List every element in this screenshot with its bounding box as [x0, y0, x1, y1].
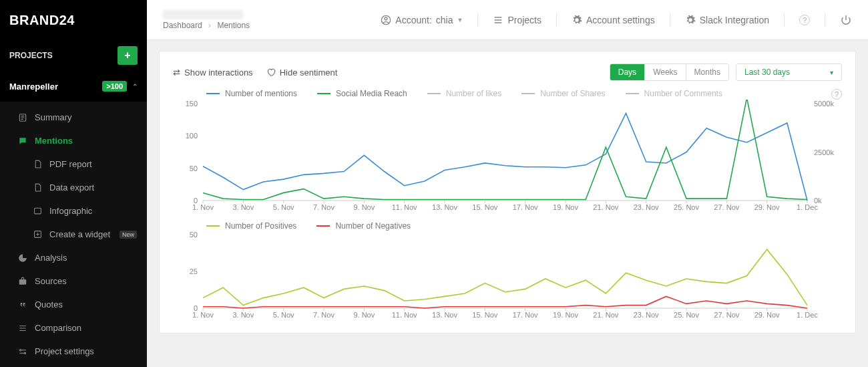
breadcrumb-current: Mentions	[217, 21, 250, 30]
svg-text:3. Nov: 3. Nov	[232, 311, 254, 319]
svg-text:1. Dec: 1. Dec	[797, 311, 818, 319]
top-actions: Account: chia ▼ Projects Account setting…	[381, 13, 852, 27]
projects-label: PROJECTS	[9, 51, 53, 60]
projects-header: PROJECTS +	[0, 40, 147, 71]
svg-text:19. Nov: 19. Nov	[553, 311, 578, 319]
chevron-up-icon: ⌃	[132, 83, 138, 90]
svg-point-5	[24, 352, 25, 354]
breadcrumb-root[interactable]: Dashboard	[163, 21, 202, 30]
hamburger-icon	[493, 15, 503, 25]
nav-summary[interactable]: Summary	[0, 106, 147, 129]
nav-label: Data export	[49, 182, 94, 193]
project-nav: Summary Mentions PDF report Data export …	[0, 102, 147, 363]
nav-analysis[interactable]: Analysis	[0, 246, 147, 269]
svg-text:5000k: 5000k	[814, 100, 834, 108]
svg-text:17. Nov: 17. Nov	[513, 203, 538, 211]
chevron-down-icon: ▾	[830, 69, 833, 76]
legend-item[interactable]: Number of Shares	[521, 89, 605, 98]
svg-text:1. Dec: 1. Dec	[797, 203, 818, 211]
date-range-select[interactable]: Last 30 days ▾	[736, 64, 842, 81]
svg-text:29. Nov: 29. Nov	[754, 311, 780, 319]
hide-sentiment-toggle[interactable]: Hide sentiment	[266, 68, 338, 78]
add-project-button[interactable]: +	[118, 46, 138, 65]
svg-text:150: 150	[186, 100, 198, 108]
account-menu[interactable]: Account: chia ▼	[381, 15, 463, 25]
nav-label: Project settings	[35, 346, 94, 356]
legend-item[interactable]: Number of Comments	[626, 89, 722, 98]
nav-infographic[interactable]: Infographic	[0, 199, 147, 223]
user-circle-icon	[381, 15, 391, 25]
svg-text:25. Nov: 25. Nov	[674, 203, 699, 211]
divider	[670, 13, 670, 27]
nav-data-export[interactable]: Data export	[0, 176, 147, 199]
nav-project-settings[interactable]: Project settings	[0, 340, 147, 363]
nav-mentions[interactable]: Mentions	[0, 129, 147, 152]
svg-text:21. Nov: 21. Nov	[593, 311, 618, 319]
swap-icon: ⇄	[173, 68, 180, 78]
seg-weeks[interactable]: Weeks	[644, 64, 685, 80]
svg-text:23. Nov: 23. Nov	[634, 311, 659, 319]
svg-text:25. Nov: 25. Nov	[674, 311, 699, 319]
new-badge: New	[120, 231, 137, 239]
nav-comparison[interactable]: Comparison	[0, 316, 147, 340]
svg-point-7	[385, 17, 387, 20]
svg-text:2500k: 2500k	[814, 148, 834, 156]
slack-link[interactable]: Slack Integration	[685, 15, 769, 25]
svg-text:100: 100	[186, 132, 198, 140]
plus-square-icon	[32, 230, 43, 239]
svg-text:1. Nov: 1. Nov	[192, 203, 214, 211]
seg-days[interactable]: Days	[610, 64, 644, 80]
mentions-chart: Number of mentionsSocial Media ReachNumb…	[173, 89, 842, 219]
nav-sources[interactable]: Sources	[0, 269, 147, 293]
divider	[477, 13, 478, 27]
brand-logo[interactable]: BRAND24	[0, 0, 147, 40]
nav-label: PDF report	[49, 159, 92, 169]
svg-text:11. Nov: 11. Nov	[392, 311, 417, 319]
chart-svg: 025501. Nov3. Nov5. Nov7. Nov9. Nov11. N…	[173, 231, 841, 324]
legend-item[interactable]: Number of Positives	[206, 221, 296, 231]
breadcrumb: Dashboard › Mentions	[163, 10, 250, 30]
nav-create-widget[interactable]: Create a widget New	[0, 223, 147, 246]
svg-text:15. Nov: 15. Nov	[472, 311, 497, 319]
chart-help-icon[interactable]: ?	[831, 89, 842, 100]
svg-text:5. Nov: 5. Nov	[273, 203, 294, 211]
account-prefix: Account:	[395, 15, 431, 25]
nav-quotes[interactable]: Quotes	[0, 293, 147, 316]
chat-icon	[17, 136, 28, 146]
hide-sentiment-label: Hide sentiment	[280, 68, 338, 78]
export-icon	[32, 183, 43, 192]
show-interactions-label: Show interactions	[184, 68, 253, 78]
slack-label: Slack Integration	[700, 15, 769, 25]
projects-label: Projects	[507, 15, 541, 25]
power-icon[interactable]	[840, 14, 852, 26]
sidebar: BRAND24 PROJECTS + Manrepeller >100 ⌃ Su…	[0, 0, 147, 367]
show-interactions-toggle[interactable]: ⇄ Show interactions	[173, 68, 253, 78]
nav-label: Comparison	[35, 323, 81, 333]
svg-text:9. Nov: 9. Nov	[353, 203, 375, 211]
help-icon[interactable]: ?	[799, 15, 810, 25]
project-name: Manrepeller	[9, 82, 58, 92]
seg-months[interactable]: Months	[686, 64, 728, 80]
projects-link[interactable]: Projects	[493, 15, 541, 25]
legend-item[interactable]: Number of Negatives	[316, 221, 411, 231]
legend-item[interactable]: Number of mentions	[206, 89, 297, 98]
project-count-badge: >100	[102, 81, 127, 92]
legend-item[interactable]: Social Media Reach	[317, 89, 407, 98]
content: ⇄ Show interactions Hide sentiment Days …	[147, 40, 868, 367]
account-settings-link[interactable]: Account settings	[572, 15, 655, 25]
svg-text:23. Nov: 23. Nov	[634, 203, 659, 211]
svg-text:15. Nov: 15. Nov	[472, 203, 497, 211]
topbar: Dashboard › Mentions Account: chia ▼ Pro…	[147, 0, 868, 40]
svg-text:7. Nov: 7. Nov	[313, 203, 335, 211]
legend-item[interactable]: Number of likes	[427, 89, 501, 98]
divider	[556, 13, 557, 27]
svg-text:13. Nov: 13. Nov	[432, 311, 457, 319]
nav-label: Mentions	[35, 136, 73, 146]
nav-label: Sources	[35, 276, 67, 286]
nav-pdf-report[interactable]: PDF report	[0, 152, 147, 176]
svg-text:11. Nov: 11. Nov	[392, 203, 417, 211]
divider	[825, 13, 825, 27]
svg-text:1. Nov: 1. Nov	[192, 311, 214, 319]
account-name: chia	[436, 15, 453, 25]
project-row[interactable]: Manrepeller >100 ⌃	[0, 71, 147, 102]
